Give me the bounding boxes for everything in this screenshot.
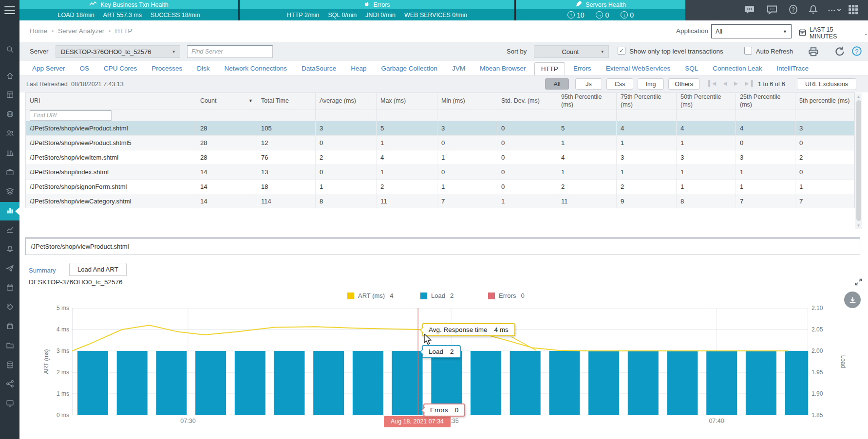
url-exclusions-button[interactable]: URL Exclusions: [797, 78, 856, 90]
tab-mbean-browser[interactable]: Mbean Browser: [480, 65, 526, 72]
breadcrumb-item-home[interactable]: Home: [30, 27, 47, 35]
scroll-up-icon[interactable]: ▲: [855, 93, 862, 100]
tab-external-webservices[interactable]: External WebServices: [606, 65, 671, 72]
sidebar-item-send[interactable]: [0, 260, 19, 278]
tab-sql[interactable]: SQL: [685, 65, 698, 72]
tab-os[interactable]: OS: [80, 65, 90, 72]
filter-button-img[interactable]: Img: [638, 78, 664, 90]
errors-panel[interactable]: Errors HTTP 2/minSQL 0/minJNDI 0/minWEB …: [240, 0, 516, 20]
prev-page-icon[interactable]: ◀: [723, 80, 727, 87]
legend-item-art-ms-[interactable]: ART (ms)4: [347, 292, 393, 299]
column-header-uri[interactable]: URI: [26, 93, 196, 110]
help-icon[interactable]: ?: [851, 46, 862, 58]
print-icon[interactable]: [808, 46, 819, 59]
next-page-icon[interactable]: ▶: [734, 80, 738, 87]
column-header-95th-percentile-ms-[interactable]: 95th Percentile (ms): [557, 93, 617, 110]
tab-load-and-art[interactable]: Load And ART: [69, 263, 127, 276]
expand-icon[interactable]: [855, 278, 862, 288]
column-header-total-time[interactable]: Total Time: [257, 93, 316, 110]
tab-http[interactable]: HTTP: [534, 62, 565, 75]
column-header-count[interactable]: Count▼: [196, 93, 257, 110]
tab-errors[interactable]: Errors: [573, 65, 591, 72]
legend-item-load[interactable]: Load2: [420, 292, 453, 299]
table-row[interactable]: /JPetStore/shop/viewProduct.shtml5281201…: [26, 135, 854, 150]
column-header-max-ms-[interactable]: Max (ms): [377, 93, 437, 110]
key-business-txn-health-panel[interactable]: Key Business Txn Health LOAD 18/minART 5…: [19, 0, 240, 20]
help-circle-icon[interactable]: ?: [788, 4, 799, 17]
filter-button-js[interactable]: Js: [575, 78, 602, 90]
sidebar-item-database[interactable]: [0, 356, 19, 375]
tab-disk[interactable]: Disk: [197, 65, 209, 72]
first-page-icon[interactable]: ▌◀: [708, 80, 716, 87]
sidebar-item-users[interactable]: [0, 125, 19, 144]
tab-network-connections[interactable]: Network Connections: [225, 65, 287, 72]
tab-connection-leak[interactable]: Connection Leak: [713, 65, 762, 72]
table-scrollbar[interactable]: ▲ ▼: [855, 93, 862, 229]
sidebar-item-folder[interactable]: [0, 337, 19, 355]
sidebar-item-network[interactable]: [0, 376, 19, 394]
table-row[interactable]: /JPetStore/shop/viewCategory.shtml141148…: [26, 194, 854, 208]
sidebar-item-home[interactable]: [0, 67, 19, 86]
column-header-5th-percentile-ms-[interactable]: 5th percentile (ms): [795, 93, 854, 110]
selected-uri-input[interactable]: [25, 238, 860, 255]
scroll-down-icon[interactable]: ▼: [855, 222, 862, 229]
breadcrumb-item-server-analyzer[interactable]: Server Analyzer: [58, 27, 104, 35]
sidebar-item-bag[interactable]: [0, 318, 19, 336]
sidebar-item-bell[interactable]: [0, 240, 19, 259]
column-header-std-dev-ms-[interactable]: Std. Dev. (ms): [497, 93, 557, 110]
download-button[interactable]: [844, 292, 861, 308]
tab-heap[interactable]: Heap: [351, 65, 366, 72]
tab-processes[interactable]: Processes: [151, 65, 182, 72]
tab-app-server[interactable]: App Server: [32, 65, 65, 72]
bell-icon[interactable]: [808, 4, 819, 17]
sidebar-item-briefcase[interactable]: [0, 164, 19, 182]
time-range-picker[interactable]: LAST 15 MINUTES ⌄: [799, 26, 868, 40]
filter-button-css[interactable]: Css: [606, 78, 633, 90]
column-header-min-ms-[interactable]: Min (ms): [437, 93, 497, 110]
filter-button-all[interactable]: All: [545, 78, 569, 90]
tab-jvm[interactable]: JVM: [452, 65, 465, 72]
sidebar-item-library[interactable]: [0, 144, 19, 163]
tooltip-load: Load 2: [422, 345, 461, 358]
refresh-icon[interactable]: [834, 46, 846, 59]
column-header-75th-percentile-ms-[interactable]: 75th Percentile (ms): [617, 93, 677, 110]
sidebar-item-search[interactable]: [0, 41, 19, 59]
menu-icon[interactable]: [4, 6, 15, 17]
tab-garbage-collection[interactable]: Garbage Collection: [381, 65, 438, 72]
auto-refresh-checkbox[interactable]: [744, 47, 752, 55]
find-uri-input[interactable]: [30, 110, 112, 121]
filter-button-others[interactable]: Others: [668, 78, 699, 90]
legend-item-errors[interactable]: Errors0: [488, 292, 525, 299]
find-server-input[interactable]: [187, 45, 273, 58]
apps-grid-icon[interactable]: [848, 4, 859, 18]
application-select[interactable]: All ▼: [711, 24, 792, 38]
tab-summary[interactable]: Summary: [29, 267, 56, 274]
sidebar-item-bar-chart[interactable]: [0, 202, 19, 220]
tab-datasource[interactable]: DataSource: [302, 65, 336, 72]
sidebar-item-calendar[interactable]: [0, 279, 19, 298]
show-top-level-checkbox[interactable]: ✓: [618, 47, 625, 55]
server-select[interactable]: DESKTOP-376OHO0_tc_52576▾: [56, 45, 180, 58]
table-row[interactable]: /JPetStore/shop/index.shtml1413010011110: [26, 165, 854, 179]
tab-intellitrace[interactable]: IntelliTrace: [777, 65, 809, 72]
column-header-average-ms-[interactable]: Average (ms): [316, 93, 377, 110]
scrollbar-thumb[interactable]: [856, 100, 861, 221]
servers-health-panel[interactable]: Servers Health ↑10→0↓0: [516, 0, 685, 20]
sidebar-item-globe[interactable]: [0, 106, 19, 124]
sidebar-item-apps[interactable]: [0, 87, 19, 105]
tab-cpu-cores[interactable]: CPU Cores: [104, 65, 137, 72]
comment-outline-icon[interactable]: [766, 4, 778, 18]
column-header-25th-percentile-ms-[interactable]: 25th Percentile (ms): [736, 93, 795, 110]
more-icon[interactable]: [827, 4, 842, 18]
sidebar-item-monitor[interactable]: [0, 395, 19, 413]
column-header-50th-percentile-ms-[interactable]: 50th Percentile (ms): [677, 93, 736, 110]
comment-filled-icon[interactable]: [744, 4, 755, 18]
table-row[interactable]: /JPetStore/shop/signonForm.shtml14181210…: [26, 179, 854, 194]
sidebar-item-layers[interactable]: [0, 183, 19, 201]
table-row[interactable]: /JPetStore/shop/viewProduct.shtml2810535…: [26, 121, 854, 135]
sort-by-select[interactable]: Count▾: [534, 45, 609, 58]
sidebar-item-tag[interactable]: [0, 298, 19, 317]
table-row[interactable]: /JPetStore/shop/viewItem.shtml2876241043…: [26, 150, 854, 165]
last-page-icon[interactable]: ▶▐: [745, 80, 753, 87]
sidebar-item-line-chart[interactable]: [0, 221, 19, 240]
